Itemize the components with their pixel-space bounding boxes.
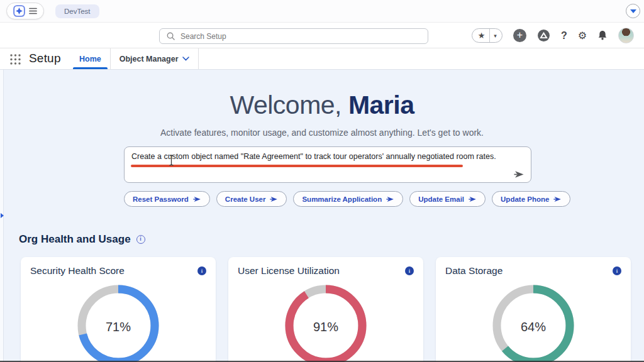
favorites-combo-button[interactable]: ★ ▾ [472, 28, 502, 43]
send-arrow-icon [386, 196, 394, 202]
info-icon[interactable]: i [136, 235, 145, 244]
page-title: Setup [29, 52, 61, 65]
card-title: Data Storage [445, 265, 502, 277]
send-arrow-icon [193, 196, 201, 202]
welcome-prefix: Welcome, [230, 90, 348, 119]
header-icon-row: ★ ▾ + ? ⚙ [472, 28, 634, 43]
button-label: Create User [225, 195, 266, 203]
donut-chart: 71% [75, 283, 161, 362]
tab-object-manager-label: Object Manager [119, 55, 179, 63]
app-launcher-icon[interactable] [9, 53, 21, 65]
donut-value: 71% [75, 283, 161, 362]
environment-tab-label: DevTest [64, 8, 91, 15]
tab-home[interactable]: Home [70, 48, 110, 69]
section-title: Org Health and Usage [19, 233, 131, 246]
reset-password-button[interactable]: Reset Password [124, 191, 210, 207]
send-arrow-icon [553, 196, 562, 202]
spellcheck-underline [131, 165, 463, 167]
card-data-storage: Data Storage i 64% [436, 257, 631, 362]
collapse-bar-button[interactable] [626, 4, 640, 18]
chevron-down-icon [630, 9, 636, 13]
global-header: ★ ▾ + ? ⚙ [0, 23, 644, 48]
info-icon[interactable]: i [197, 266, 206, 275]
avatar[interactable] [618, 28, 634, 43]
info-icon[interactable]: i [613, 266, 621, 275]
update-phone-button[interactable]: Update Phone [492, 191, 570, 207]
tab-home-label: Home [79, 55, 101, 63]
welcome-heading: Welcome, Maria [0, 90, 644, 120]
help-icon[interactable]: ? [561, 30, 567, 41]
send-arrow-icon [270, 196, 278, 202]
card-user-license-utilization: User License Utilization i 91% [228, 257, 423, 362]
nav-tabs: Home Object Manager [70, 48, 199, 69]
tab-object-manager[interactable]: Object Manager [110, 48, 198, 69]
card-security-health-score: Security Health Score i 71% [21, 257, 216, 362]
org-health-cards: Security Health Score i 71% User License… [21, 257, 631, 362]
plus-icon[interactable]: + [513, 29, 526, 42]
sidebar-expand-icon[interactable] [1, 213, 4, 218]
prompt-input-value: Create a custom object named "Rate Agree… [131, 152, 512, 161]
sparkle-icon [13, 5, 25, 17]
chevron-down-icon [182, 57, 189, 61]
star-icon[interactable]: ★ [472, 31, 490, 40]
app-switcher-pill[interactable] [6, 3, 44, 19]
donut-value: 64% [491, 283, 576, 362]
button-label: Summarize Application [302, 195, 382, 203]
org-health-section-header: Org Health and Usage i [19, 233, 145, 246]
donut-value: 91% [283, 283, 369, 362]
hamburger-icon [29, 8, 37, 14]
info-icon[interactable]: i [405, 266, 414, 275]
setup-search[interactable] [159, 28, 428, 44]
send-arrow-icon [469, 196, 477, 202]
card-title: User License Utilization [238, 265, 340, 277]
update-email-button[interactable]: Update Email [409, 191, 486, 207]
prompt-input[interactable]: Create a custom object named "Rate Agree… [124, 146, 531, 183]
main-content: Welcome, Maria Activate features, monito… [0, 70, 644, 362]
button-label: Update Phone [501, 195, 549, 203]
trailhead-icon[interactable] [537, 29, 550, 42]
summarize-application-button[interactable]: Summarize Application [293, 191, 403, 207]
environment-tab[interactable]: DevTest [55, 4, 99, 18]
create-user-button[interactable]: Create User [216, 191, 287, 207]
search-icon [167, 32, 175, 40]
send-arrow-icon[interactable] [514, 170, 525, 178]
text-cursor-icon [169, 155, 174, 166]
welcome-name: Maria [348, 90, 414, 119]
button-label: Reset Password [133, 195, 189, 203]
welcome-subtitle: Activate features, monitor usage, and cu… [0, 128, 644, 138]
button-label: Update Email [418, 195, 464, 203]
donut-chart: 91% [283, 283, 369, 362]
card-title: Security Health Score [30, 265, 125, 277]
gear-icon[interactable]: ⚙ [578, 30, 587, 41]
bell-icon[interactable] [597, 30, 608, 41]
browser-bar: DevTest [0, 0, 644, 23]
donut-chart: 64% [491, 283, 576, 362]
setup-nav: Setup Home Object Manager [0, 48, 644, 70]
quick-actions: Reset Password Create User Summarize App… [124, 191, 570, 207]
search-input[interactable] [180, 32, 421, 41]
favorites-caret-icon[interactable]: ▾ [489, 29, 502, 42]
